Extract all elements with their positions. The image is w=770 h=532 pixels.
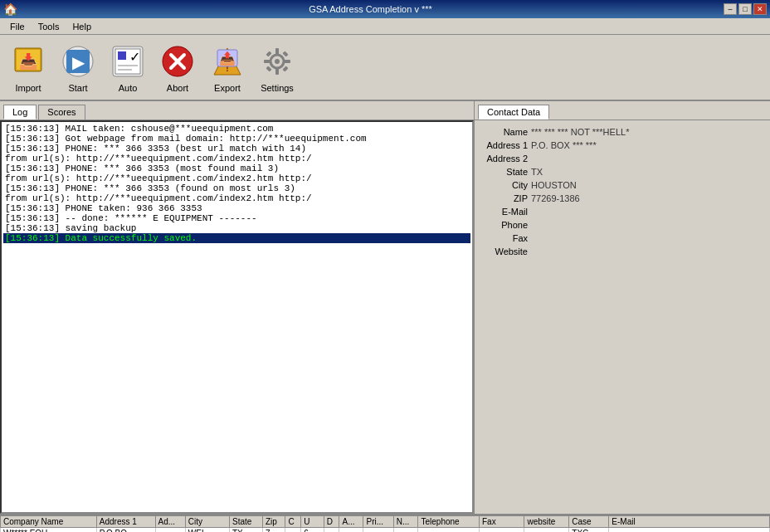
- log-tab-bar: Log Scores: [0, 101, 474, 120]
- city-label: City: [481, 180, 531, 190]
- title-bar-controls: – □ ✕: [724, 3, 767, 15]
- svg-rect-21: [275, 48, 279, 55]
- menu-help[interactable]: Help: [66, 20, 98, 33]
- col-a[interactable]: A...: [339, 516, 363, 528]
- toolbar: 📥 Import ▶ Start ✓ Auto: [0, 35, 770, 101]
- table-cell: [363, 528, 393, 533]
- menu-file[interactable]: File: [3, 20, 32, 33]
- zip-value: 77269-1386: [531, 193, 580, 203]
- state-value: TX: [531, 167, 543, 177]
- log-area[interactable]: [15:36:13] MAIL taken: cshouse@***ueequi…: [0, 120, 474, 514]
- contact-state-field: State TX: [481, 167, 763, 177]
- table-cell: [155, 528, 185, 533]
- svg-text:📥: 📥: [19, 52, 38, 71]
- title-bar-title: GSA Address Completion v ***: [17, 4, 724, 14]
- table-cell: [609, 528, 769, 533]
- website-label: Website: [481, 246, 531, 256]
- svg-rect-8: [118, 51, 126, 60]
- log-line: [15:36:13] PHONE: *** 366 3353 (best url…: [3, 144, 470, 154]
- col-ad[interactable]: Ad...: [155, 516, 185, 528]
- svg-rect-28: [282, 66, 288, 71]
- menu-tools[interactable]: Tools: [32, 20, 66, 33]
- fax-label: Fax: [481, 233, 531, 243]
- title-bar-icon: 🏠: [3, 2, 17, 16]
- svg-rect-26: [282, 51, 288, 56]
- col-c[interactable]: C: [285, 516, 301, 528]
- address2-label: Address 2: [481, 154, 531, 164]
- table-scroll[interactable]: Company Name Address 1 Ad... City State …: [0, 515, 770, 532]
- settings-label: Settings: [261, 83, 294, 93]
- name-value: *** *** *** NOT ***HELL*: [531, 127, 629, 137]
- col-website[interactable]: website: [524, 516, 569, 528]
- tab-contact-data[interactable]: Contact Data: [478, 105, 549, 120]
- log-line-success: [15:36:13] Data successfully saved.: [3, 233, 470, 243]
- settings-button[interactable]: Settings: [256, 41, 299, 93]
- maximize-button[interactable]: □: [738, 3, 752, 15]
- svg-rect-22: [275, 68, 279, 75]
- contact-tab-bar: Contact Data: [475, 101, 770, 120]
- svg-rect-24: [284, 60, 290, 63]
- log-line: [15:36:13] PHONE: *** 366 3353 (found on…: [3, 183, 470, 193]
- contact-email-field: E-Mail: [481, 207, 763, 217]
- svg-text:▶: ▶: [72, 53, 85, 71]
- phone-label: Phone: [481, 220, 531, 230]
- col-company[interactable]: Company Name: [1, 516, 97, 528]
- col-zip[interactable]: Zip: [262, 516, 285, 528]
- contact-phone-field: Phone: [481, 220, 763, 230]
- minimize-button[interactable]: –: [724, 3, 737, 15]
- tab-log[interactable]: Log: [3, 105, 37, 120]
- name-label: Name: [481, 127, 531, 137]
- city-value: HOUSTON: [531, 180, 577, 190]
- auto-label: Auto: [119, 83, 138, 93]
- close-button[interactable]: ✕: [753, 3, 767, 15]
- col-fax[interactable]: Fax: [479, 516, 524, 528]
- svg-rect-23: [264, 60, 270, 63]
- col-telephone[interactable]: Telephone: [418, 516, 480, 528]
- title-bar: 🏠 GSA Address Completion v *** – □ ✕: [0, 0, 770, 18]
- contact-zip-field: ZIP 77269-1386: [481, 193, 763, 203]
- auto-button[interactable]: ✓ Auto: [106, 41, 149, 93]
- col-city[interactable]: City: [185, 516, 229, 528]
- col-d[interactable]: D: [324, 516, 339, 528]
- settings-icon: [257, 41, 297, 81]
- table-row[interactable]: W***** EQU...P.O BO...WEL...TX7...6...TX…: [1, 528, 770, 533]
- col-u[interactable]: U: [301, 516, 324, 528]
- start-label: Start: [68, 83, 87, 93]
- col-n[interactable]: N...: [393, 516, 418, 528]
- col-case[interactable]: Case: [569, 516, 609, 528]
- table-cell: [324, 528, 339, 533]
- import-button[interactable]: 📥 Import: [7, 41, 50, 93]
- table-cell: [524, 528, 569, 533]
- svg-rect-25: [266, 51, 271, 56]
- contact-address1-field: Address 1 P.O. BOX *** ***: [481, 140, 763, 150]
- export-button[interactable]: ! 📤 Export: [206, 41, 249, 93]
- col-email[interactable]: E-Mail: [609, 516, 769, 528]
- col-pri[interactable]: Pri...: [363, 516, 393, 528]
- address1-value: P.O. BOX *** ***: [531, 140, 597, 150]
- log-line: from url(s): http://***ueequipment.com/i…: [3, 154, 470, 164]
- right-panel: Contact Data Name *** *** *** NOT ***HEL…: [475, 101, 770, 514]
- contact-data-panel: Name *** *** *** NOT ***HELL* Address 1 …: [475, 120, 770, 514]
- col-state[interactable]: State: [229, 516, 262, 528]
- table-cell: [418, 528, 480, 533]
- table-cell: [393, 528, 418, 533]
- contact-city-field: City HOUSTON: [481, 180, 763, 190]
- table-cell: P.O BO...: [96, 528, 155, 533]
- table-body: W***** EQU...P.O BO...WEL...TX7...6...TX…: [1, 528, 770, 533]
- log-line: from url(s): http://***ueequipment.com/i…: [3, 173, 470, 183]
- abort-button[interactable]: Abort: [156, 41, 199, 93]
- log-line: [15:36:13] MAIL taken: cshouse@***ueequi…: [3, 124, 470, 134]
- tab-scores[interactable]: Scores: [38, 105, 85, 120]
- table-area: Company Name Address 1 Ad... City State …: [0, 514, 770, 532]
- log-line: [15:36:13] PHONE: *** 366 3353 (most fou…: [3, 164, 470, 173]
- table-cell: TX: [229, 528, 262, 533]
- start-button[interactable]: ▶ Start: [56, 41, 100, 93]
- col-address1[interactable]: Address 1: [96, 516, 155, 528]
- svg-text:📤: 📤: [219, 51, 236, 66]
- auto-icon: ✓: [108, 41, 148, 81]
- svg-point-20: [275, 59, 280, 64]
- table-cell: WEL...: [185, 528, 229, 533]
- log-line: [15:36:13] PHONE taken: 936 366 3353: [3, 203, 470, 213]
- table-cell: W***** EQU...: [1, 528, 97, 533]
- data-table: Company Name Address 1 Ad... City State …: [0, 515, 770, 532]
